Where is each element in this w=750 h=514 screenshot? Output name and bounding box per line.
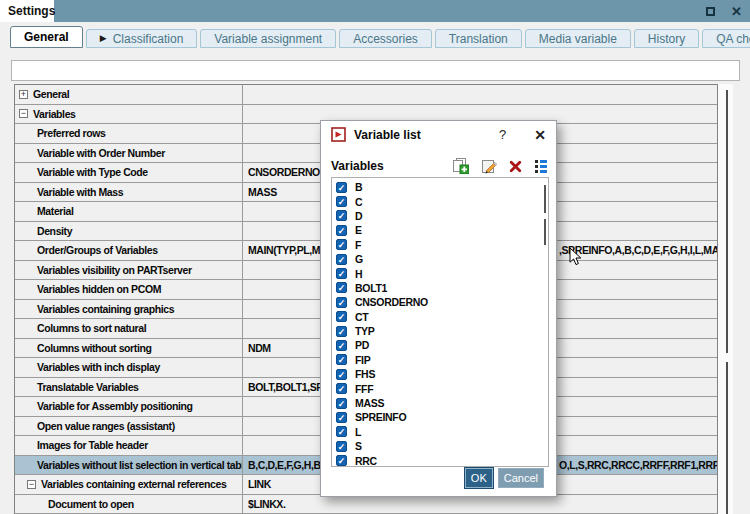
variable-checkbox-item[interactable]: ✓F bbox=[332, 238, 548, 252]
tab-accessories[interactable]: Accessories bbox=[339, 29, 432, 48]
checkbox-icon[interactable]: ✓ bbox=[336, 412, 347, 423]
row-value-cell[interactable]: $LINKX. bbox=[243, 495, 717, 514]
dialog-titlebar[interactable]: Variable list ? ✕ bbox=[321, 121, 556, 148]
table-scrollbar-thumb[interactable] bbox=[726, 90, 728, 353]
checkbox-icon[interactable]: ✓ bbox=[336, 340, 347, 351]
variable-checkbox-item[interactable]: ✓FHS bbox=[332, 367, 548, 381]
checkbox-icon[interactable]: ✓ bbox=[336, 196, 347, 207]
variable-checkbox-item[interactable]: ✓H bbox=[332, 266, 548, 280]
tab-label: Accessories bbox=[353, 32, 418, 46]
row-label-cell[interactable]: Columns without sorting bbox=[15, 339, 243, 358]
variable-checkbox-item[interactable]: ✓G bbox=[332, 252, 548, 266]
checkbox-icon[interactable]: ✓ bbox=[336, 383, 347, 394]
dialog-close-icon[interactable]: ✕ bbox=[534, 127, 546, 143]
dialog-scrollbar-thumb[interactable] bbox=[544, 185, 546, 213]
ok-button[interactable]: OK bbox=[465, 468, 493, 488]
checkbox-icon[interactable]: ✓ bbox=[336, 297, 347, 308]
row-label: General bbox=[33, 88, 69, 100]
checkbox-icon[interactable]: ✓ bbox=[336, 326, 347, 337]
variable-list-view-icon[interactable] bbox=[534, 159, 548, 173]
variable-checkbox-item[interactable]: ✓CT bbox=[332, 310, 548, 324]
checkbox-icon[interactable]: ✓ bbox=[336, 369, 347, 380]
variable-checkbox-item[interactable]: ✓MASS bbox=[332, 396, 548, 410]
row-label-cell[interactable]: −Variables bbox=[15, 105, 243, 124]
cancel-button[interactable]: Cancel bbox=[498, 468, 544, 488]
help-button[interactable]: ? bbox=[499, 127, 506, 142]
table-row[interactable]: +General bbox=[15, 85, 717, 105]
row-label-cell[interactable]: Variable for Assembly positioning bbox=[15, 397, 243, 416]
row-label-cell[interactable]: Open value ranges (assistant) bbox=[15, 417, 243, 436]
maximize-icon[interactable] bbox=[706, 7, 715, 16]
checkbox-icon[interactable]: ✓ bbox=[336, 311, 347, 322]
tab-classification[interactable]: ▶Classification bbox=[86, 29, 198, 48]
row-label-cell[interactable]: +General bbox=[15, 85, 243, 104]
row-label-cell[interactable]: −Variables containing external reference… bbox=[15, 475, 243, 494]
row-label: Images for Table header bbox=[37, 439, 148, 451]
dialog-scrollbar-track-line[interactable] bbox=[544, 219, 546, 245]
tab-media-variable[interactable]: Media variable bbox=[525, 29, 631, 48]
expander-icon[interactable]: + bbox=[19, 90, 28, 99]
variable-list-dialog: Variable list ? ✕ Variables bbox=[320, 120, 557, 497]
row-label-cell[interactable]: Variable with Order Number bbox=[15, 144, 243, 163]
variable-name: G bbox=[355, 253, 363, 265]
filter-input[interactable] bbox=[11, 60, 740, 81]
row-label-cell[interactable]: Variables without list selection in vert… bbox=[15, 456, 243, 475]
variable-checkbox-item[interactable]: ✓FIP bbox=[332, 353, 548, 367]
row-label-cell[interactable]: Density bbox=[15, 222, 243, 241]
checkbox-icon[interactable]: ✓ bbox=[336, 210, 347, 221]
row-label-cell[interactable]: Images for Table header bbox=[15, 436, 243, 455]
row-label-cell[interactable]: Variable with Mass bbox=[15, 183, 243, 202]
row-label-cell[interactable]: Preferred rows bbox=[15, 124, 243, 143]
checkbox-icon[interactable]: ✓ bbox=[336, 426, 347, 437]
tab-label: Classification bbox=[113, 32, 184, 46]
row-label-cell[interactable]: Order/Groups of Variables bbox=[15, 241, 243, 260]
row-label-cell[interactable]: Material bbox=[15, 202, 243, 221]
variable-checkbox-item[interactable]: ✓BOLT1 bbox=[332, 281, 548, 295]
checkbox-icon[interactable]: ✓ bbox=[336, 455, 347, 466]
row-label-cell[interactable]: Variables containing graphics bbox=[15, 300, 243, 319]
variable-checkbox-item[interactable]: ✓E bbox=[332, 223, 548, 237]
add-variable-icon[interactable] bbox=[452, 158, 469, 174]
tab-history[interactable]: History bbox=[634, 29, 699, 48]
variable-checkbox-item[interactable]: ✓C bbox=[332, 194, 548, 208]
table-row[interactable]: Document to open$LINKX. bbox=[15, 495, 717, 514]
variable-checkbox-item[interactable]: ✓FFF bbox=[332, 381, 548, 395]
variable-checkbox-item[interactable]: ✓S bbox=[332, 439, 548, 453]
row-label-cell[interactable]: Variable with Type Code bbox=[15, 163, 243, 182]
edit-variable-icon[interactable] bbox=[481, 158, 497, 174]
row-label-cell[interactable]: Variables hidden on PCOM bbox=[15, 280, 243, 299]
variable-checkbox-item[interactable]: ✓RRC bbox=[332, 453, 548, 467]
tab-translation[interactable]: Translation bbox=[435, 29, 522, 48]
variable-checkbox-item[interactable]: ✓L bbox=[332, 425, 548, 439]
row-label-cell[interactable]: Columns to sort natural bbox=[15, 319, 243, 338]
variable-checkbox-item[interactable]: ✓PD bbox=[332, 338, 548, 352]
checkbox-icon[interactable]: ✓ bbox=[336, 239, 347, 250]
tab-general[interactable]: General bbox=[10, 26, 83, 48]
variable-checkbox-item[interactable]: ✓CNSORDERNO bbox=[332, 295, 548, 309]
variable-checkbox-item[interactable]: ✓D bbox=[332, 209, 548, 223]
checkbox-icon[interactable]: ✓ bbox=[336, 441, 347, 452]
expander-icon[interactable]: − bbox=[27, 480, 36, 489]
tab-qa-check[interactable]: QA check bbox=[702, 29, 750, 48]
row-label-cell[interactable]: Document to open bbox=[15, 495, 243, 514]
variable-checkbox-item[interactable]: ✓SPREINFO bbox=[332, 410, 548, 424]
window-close-icon[interactable]: ✕ bbox=[731, 5, 742, 18]
row-value-cell[interactable] bbox=[243, 85, 717, 104]
delete-variable-icon[interactable] bbox=[509, 160, 522, 173]
expander-icon[interactable]: − bbox=[19, 109, 28, 118]
checkbox-icon[interactable]: ✓ bbox=[336, 282, 347, 293]
checkbox-icon[interactable]: ✓ bbox=[336, 225, 347, 236]
variable-checkbox-item[interactable]: ✓B bbox=[332, 180, 548, 194]
checkbox-icon[interactable]: ✓ bbox=[336, 268, 347, 279]
table-scrollbar-track-line[interactable] bbox=[726, 362, 728, 514]
checkbox-icon[interactable]: ✓ bbox=[336, 254, 347, 265]
tab-variable-assignment[interactable]: Variable assignment bbox=[200, 29, 336, 48]
row-label-cell[interactable]: Translatable Variables bbox=[15, 378, 243, 397]
checkbox-icon[interactable]: ✓ bbox=[336, 398, 347, 409]
variable-checkbox-item[interactable]: ✓TYP bbox=[332, 324, 548, 338]
checkbox-icon[interactable]: ✓ bbox=[336, 182, 347, 193]
row-label-cell[interactable]: Variables with inch display bbox=[15, 358, 243, 377]
row-label: Variable with Order Number bbox=[37, 147, 165, 159]
checkbox-icon[interactable]: ✓ bbox=[336, 354, 347, 365]
row-label-cell[interactable]: Variables visibility on PARTserver bbox=[15, 261, 243, 280]
